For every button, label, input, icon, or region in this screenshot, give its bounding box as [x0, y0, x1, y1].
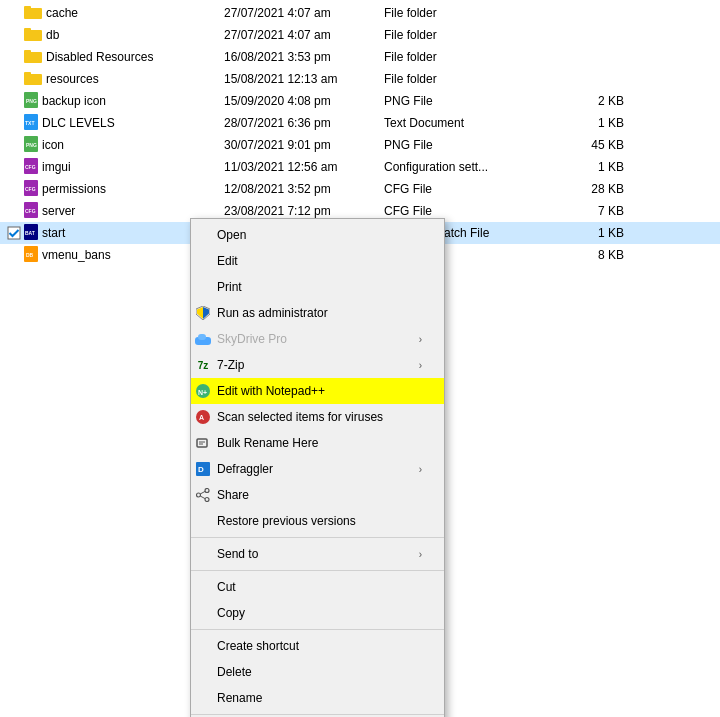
- context-menu-item-share[interactable]: Share: [191, 482, 444, 508]
- file-name-text: permissions: [42, 182, 106, 196]
- context-menu-item-open[interactable]: Open: [191, 222, 444, 248]
- context-menu-item-scan-virus[interactable]: AScan selected items for viruses: [191, 404, 444, 430]
- file-name-col: PNGbackup icon: [24, 92, 224, 111]
- svg-text:CFG: CFG: [25, 208, 36, 214]
- svg-rect-34: [197, 439, 207, 447]
- menu-icon-rename: [195, 435, 211, 451]
- file-size: 8 KB: [544, 248, 624, 262]
- file-name-text: cache: [46, 6, 78, 20]
- menu-item-label: Print: [217, 280, 422, 294]
- file-size: 1 KB: [544, 226, 624, 240]
- menu-separator: [191, 570, 444, 571]
- context-menu-item-restore-prev[interactable]: Restore previous versions: [191, 508, 444, 534]
- menu-arrow-icon: ›: [419, 464, 422, 475]
- context-menu-item-copy[interactable]: Copy: [191, 600, 444, 626]
- file-name-text: imgui: [42, 160, 71, 174]
- context-menu-item-7zip[interactable]: 7z7-Zip›: [191, 352, 444, 378]
- menu-arrow-icon: ›: [419, 334, 422, 345]
- svg-rect-29: [198, 334, 206, 340]
- file-type: CFG File: [384, 204, 544, 218]
- context-menu-item-edit[interactable]: Edit: [191, 248, 444, 274]
- file-name-text: Disabled Resources: [46, 50, 153, 64]
- file-checkbox-area: [4, 226, 24, 240]
- menu-arrow-icon: ›: [419, 360, 422, 371]
- file-name-col: CFGpermissions: [24, 180, 224, 199]
- file-type-icon: CFG: [24, 180, 38, 199]
- svg-text:CFG: CFG: [25, 186, 36, 192]
- context-menu-item-create-shortcut[interactable]: Create shortcut: [191, 633, 444, 659]
- file-type: PNG File: [384, 94, 544, 108]
- svg-text:DB: DB: [26, 252, 34, 258]
- file-row[interactable]: CFGpermissions12/08/2021 3:52 pmCFG File…: [0, 178, 720, 200]
- file-name-text: db: [46, 28, 59, 42]
- file-date: 28/07/2021 6:36 pm: [224, 116, 384, 130]
- file-name-col: resources: [24, 71, 224, 88]
- file-type-icon: [24, 71, 42, 88]
- file-date: 11/03/2021 12:56 am: [224, 160, 384, 174]
- menu-icon-npp: N+: [195, 383, 211, 399]
- file-date: 30/07/2021 9:01 pm: [224, 138, 384, 152]
- file-type-icon: TXT: [24, 114, 38, 133]
- menu-separator: [191, 629, 444, 630]
- svg-line-43: [200, 496, 205, 499]
- file-name-text: backup icon: [42, 94, 106, 108]
- menu-item-label: Create shortcut: [217, 639, 422, 653]
- file-date: 16/08/2021 3:53 pm: [224, 50, 384, 64]
- file-row[interactable]: PNGbackup icon15/09/2020 4:08 pmPNG File…: [0, 90, 720, 112]
- file-type: File folder: [384, 28, 544, 42]
- file-type-icon: [24, 27, 42, 44]
- svg-rect-3: [24, 28, 31, 32]
- svg-text:TXT: TXT: [25, 120, 34, 126]
- file-type-icon: [24, 49, 42, 66]
- file-row[interactable]: TXTDLC LEVELS28/07/2021 6:36 pmText Docu…: [0, 112, 720, 134]
- file-size: 28 KB: [544, 182, 624, 196]
- menu-icon-share: [195, 487, 211, 503]
- file-name-col: PNGicon: [24, 136, 224, 155]
- file-type: Configuration sett...: [384, 160, 544, 174]
- context-menu-item-skydrive: SkyDrive Pro›: [191, 326, 444, 352]
- menu-item-label: Restore previous versions: [217, 514, 422, 528]
- file-name-col: TXTDLC LEVELS: [24, 114, 224, 133]
- context-menu-item-send-to[interactable]: Send to›: [191, 541, 444, 567]
- menu-separator: [191, 537, 444, 538]
- file-name-text: icon: [42, 138, 64, 152]
- svg-rect-7: [24, 72, 31, 76]
- file-size: 45 KB: [544, 138, 624, 152]
- file-type: Text Document: [384, 116, 544, 130]
- file-row[interactable]: cache27/07/2021 4:07 amFile folder: [0, 2, 720, 24]
- file-name-text: server: [42, 204, 75, 218]
- menu-item-label: Edit: [217, 254, 422, 268]
- file-size: 7 KB: [544, 204, 624, 218]
- context-menu-item-delete[interactable]: Delete: [191, 659, 444, 685]
- file-type-icon: DB: [24, 246, 38, 265]
- file-date: 27/07/2021 4:07 am: [224, 6, 384, 20]
- file-row[interactable]: PNGicon30/07/2021 9:01 pmPNG File45 KB: [0, 134, 720, 156]
- file-name-col: db: [24, 27, 224, 44]
- file-size: 1 KB: [544, 116, 624, 130]
- file-name-col: cache: [24, 5, 224, 22]
- file-row[interactable]: resources15/08/2021 12:13 amFile folder: [0, 68, 720, 90]
- file-name-col: CFGimgui: [24, 158, 224, 177]
- menu-item-label: Share: [217, 488, 422, 502]
- context-menu-item-rename[interactable]: Rename: [191, 685, 444, 711]
- file-row[interactable]: db27/07/2021 4:07 amFile folder: [0, 24, 720, 46]
- menu-arrow-icon: ›: [419, 549, 422, 560]
- context-menu-item-cut[interactable]: Cut: [191, 574, 444, 600]
- svg-rect-1: [24, 6, 31, 10]
- context-menu: OpenEditPrintRun as administratorSkyDriv…: [190, 218, 445, 717]
- file-type-icon: CFG: [24, 202, 38, 221]
- context-menu-item-edit-npp[interactable]: N+Edit with Notepad++: [191, 378, 444, 404]
- file-date: 27/07/2021 4:07 am: [224, 28, 384, 42]
- file-type: PNG File: [384, 138, 544, 152]
- file-type-icon: PNG: [24, 92, 38, 111]
- context-menu-item-run-as-admin[interactable]: Run as administrator: [191, 300, 444, 326]
- context-menu-item-defraggler[interactable]: DDefraggler›: [191, 456, 444, 482]
- file-size: 2 KB: [544, 94, 624, 108]
- context-menu-item-bulk-rename[interactable]: Bulk Rename Here: [191, 430, 444, 456]
- file-name-text: DLC LEVELS: [42, 116, 115, 130]
- context-menu-item-print[interactable]: Print: [191, 274, 444, 300]
- file-row[interactable]: CFGimgui11/03/2021 12:56 amConfiguration…: [0, 156, 720, 178]
- file-type-icon: CFG: [24, 158, 38, 177]
- file-row[interactable]: Disabled Resources16/08/2021 3:53 pmFile…: [0, 46, 720, 68]
- file-type: File folder: [384, 50, 544, 64]
